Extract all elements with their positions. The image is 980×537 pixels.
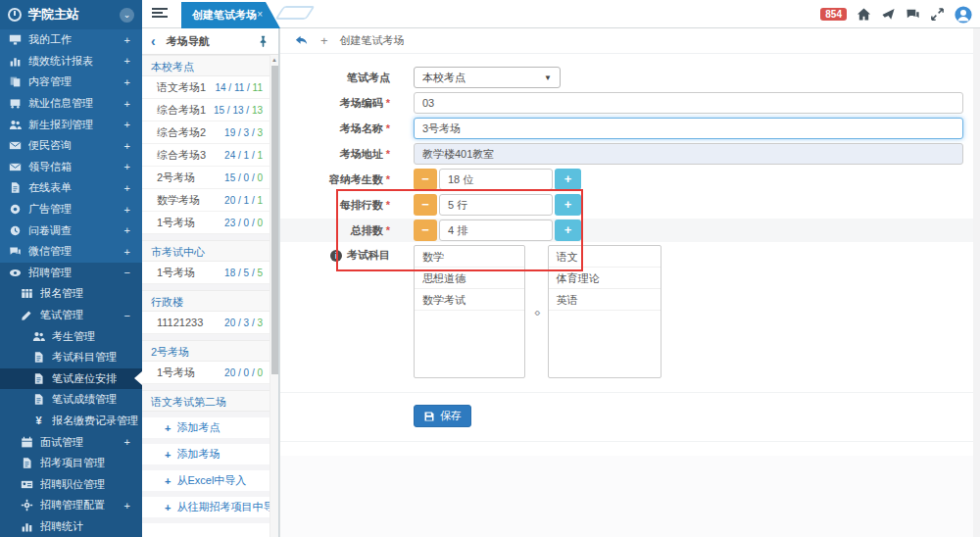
nav-room-row[interactable]: 2号考场15 / 0 / 0	[142, 167, 270, 189]
pin-icon[interactable]	[257, 35, 270, 48]
seats-per-row-decrement-button[interactable]: −	[414, 194, 437, 216]
import-from-excel-button[interactable]: +从Excel中导入	[142, 470, 270, 497]
sidebar-item-public-consult[interactable]: 便民咨询+	[0, 135, 142, 157]
subjects-available-listbox[interactable]: 数学 思想道德 数学考试	[414, 245, 525, 378]
scroll-up-arrow-icon[interactable]: ▲	[270, 55, 278, 65]
subject-option[interactable]: 数学	[415, 246, 524, 268]
sidebar-item-online-forms[interactable]: 在线表单+	[0, 177, 142, 199]
nav-room-row[interactable]: 数学考场20 / 1 / 1	[142, 189, 270, 212]
sidebar-item-survey[interactable]: 问卷调查+	[0, 220, 142, 241]
subject-option[interactable]: 思想道德	[415, 268, 524, 289]
file-icon	[32, 372, 45, 385]
home-icon[interactable]	[857, 7, 871, 22]
main-content: + 创建笔试考场 笔试考点 本校考点 ▼ 考场编码* 考场名称* 考场	[279, 28, 973, 537]
comments-icon[interactable]	[906, 7, 920, 22]
nav-section-header: 语文考试第二场	[142, 390, 270, 412]
copy-icon	[9, 75, 22, 88]
sidebar-item-recruit-mgmt[interactable]: 招聘管理−	[0, 263, 142, 284]
nav-room-row[interactable]: 1号考场18 / 5 / 5	[142, 262, 270, 284]
sidebar-item-payment-records[interactable]: ¥报名缴费记录管理	[0, 411, 142, 432]
sidebar-item-content-mgmt[interactable]: 内容管理+	[0, 72, 142, 93]
notification-badge[interactable]: 854	[820, 8, 847, 21]
add-exam-room-button[interactable]: +添加考场	[142, 444, 270, 470]
subject-option[interactable]: 体育理论	[549, 268, 661, 289]
fullscreen-icon[interactable]	[930, 7, 945, 22]
sidebar-item-exam-score-mgmt[interactable]: 笔试成绩管理	[0, 389, 142, 411]
sidebar-item-interview-mgmt[interactable]: 面试管理+	[0, 431, 142, 453]
required-mark: *	[386, 97, 390, 109]
sidebar-item-freshman-checkin[interactable]: 新生报到管理+	[0, 114, 142, 135]
expand-plus-icon: +	[124, 224, 130, 236]
seats-per-row-input[interactable]	[439, 194, 553, 216]
nav-room-row[interactable]: 1112123320 / 3 / 3	[142, 312, 270, 334]
users-icon	[32, 330, 45, 343]
sidebar-item-recruit-project-mgmt[interactable]: 招考项目管理	[0, 453, 142, 474]
room-address-input[interactable]	[414, 143, 963, 165]
sidebar-item-performance-report[interactable]: 绩效统计报表+	[0, 51, 142, 73]
scrollbar-thumb[interactable]	[271, 66, 278, 374]
capacity-decrement-button[interactable]: −	[414, 169, 437, 190]
field-label-capacity: 容纳考生数	[329, 173, 383, 185]
capacity-input[interactable]	[439, 169, 553, 190]
bus-icon	[9, 97, 22, 110]
total-rows-input[interactable]	[439, 220, 553, 241]
nav-room-row[interactable]: 综合考场324 / 1 / 1	[142, 144, 270, 167]
collapse-minus-icon: −	[124, 310, 130, 321]
nav-room-row[interactable]: 语文考场114 / 11 / 11	[142, 76, 270, 99]
circle-icon	[9, 203, 22, 216]
import-from-past-project-button[interactable]: +从往期招考项目中导入	[142, 497, 270, 523]
nav-room-row[interactable]: 综合考场219 / 3 / 3	[142, 122, 270, 144]
site-title: 学院主站	[28, 6, 120, 24]
subject-option[interactable]: 数学考试	[415, 289, 524, 311]
nav-section-header: 2号考场	[142, 340, 270, 362]
subject-option[interactable]: 英语	[549, 289, 661, 311]
sidebar-item-wechat-mgmt[interactable]: 微信管理+	[0, 241, 142, 263]
save-button[interactable]: 保存	[414, 405, 471, 427]
sidebar-item-candidate-mgmt[interactable]: 考生管理	[0, 325, 142, 347]
capacity-increment-button[interactable]: +	[555, 169, 581, 190]
sidebar-item-recruit-config[interactable]: 招聘管理配置+	[0, 495, 142, 516]
plus-icon: +	[165, 422, 171, 434]
sidebar-toggle-icon[interactable]	[152, 8, 168, 20]
field-label-venue: 笔试考点	[280, 71, 390, 85]
nav-room-row[interactable]: 1号考场23 / 0 / 0	[142, 212, 270, 234]
app-window: 学院主站 ⌄ 我的工作+ 绩效统计报表+ 内容管理+ 就业信息管理+ 新生报到管…	[0, 0, 980, 537]
close-icon[interactable]: ×	[257, 2, 263, 27]
nav-room-row[interactable]: 1号考场20 / 0 / 0	[142, 362, 270, 384]
site-logo[interactable]: 学院主站 ⌄	[0, 0, 142, 29]
expand-plus-icon: +	[124, 161, 130, 172]
nav-section-header: 行政楼	[142, 290, 270, 312]
subjects-selected-listbox[interactable]: 语文 体育理论 英语	[548, 245, 662, 378]
panel-scrollbar[interactable]: ▲	[270, 55, 278, 537]
back-chevron-icon[interactable]: ‹	[151, 33, 156, 49]
sidebar-item-ad-mgmt[interactable]: 广告管理+	[0, 199, 142, 220]
room-code-input[interactable]	[414, 92, 963, 114]
tab-create-written-exam-room[interactable]: 创建笔试考场 ×	[181, 2, 280, 28]
back-arrow-icon[interactable]	[294, 33, 309, 48]
venue-select[interactable]: 本校考点 ▼	[414, 67, 561, 88]
sidebar-item-exam-subject-mgmt[interactable]: 考试科目管理	[0, 347, 142, 368]
chevron-down-icon[interactable]: ⌄	[120, 8, 134, 23]
file-icon	[32, 351, 45, 364]
sidebar-item-employment-info[interactable]: 就业信息管理+	[0, 93, 142, 115]
transfer-arrows-icon[interactable]: ‹›	[534, 305, 539, 319]
sidebar-item-recruit-position-mgmt[interactable]: 招聘职位管理	[0, 473, 142, 495]
send-plane-icon[interactable]	[881, 7, 896, 22]
sidebar-item-seat-arrangement[interactable]: 笔试座位安排	[0, 368, 142, 390]
total-rows-decrement-button[interactable]: −	[414, 220, 437, 241]
sidebar-item-leader-mailbox[interactable]: 领导信箱+	[0, 157, 142, 178]
plus-icon: +	[165, 502, 171, 513]
nav-room-row[interactable]: 综合考场115 / 13 / 13	[142, 99, 270, 122]
sidebar-item-written-exam-mgmt[interactable]: 笔试管理−	[0, 305, 142, 326]
sidebar-item-recruit-stats[interactable]: 招聘统计	[0, 516, 142, 537]
expand-plus-icon: +	[124, 76, 130, 88]
sidebar-item-my-work[interactable]: 我的工作+	[0, 29, 142, 51]
ghost-tab-shape	[274, 6, 315, 20]
subject-option[interactable]: 语文	[549, 246, 661, 268]
total-rows-increment-button[interactable]: +	[555, 220, 581, 241]
sidebar-item-signup-mgmt[interactable]: 报名管理	[0, 283, 142, 305]
add-exam-site-button[interactable]: +添加考点	[142, 417, 270, 444]
user-avatar[interactable]	[955, 6, 972, 24]
seats-per-row-increment-button[interactable]: +	[555, 194, 581, 216]
room-name-input[interactable]	[414, 118, 963, 139]
